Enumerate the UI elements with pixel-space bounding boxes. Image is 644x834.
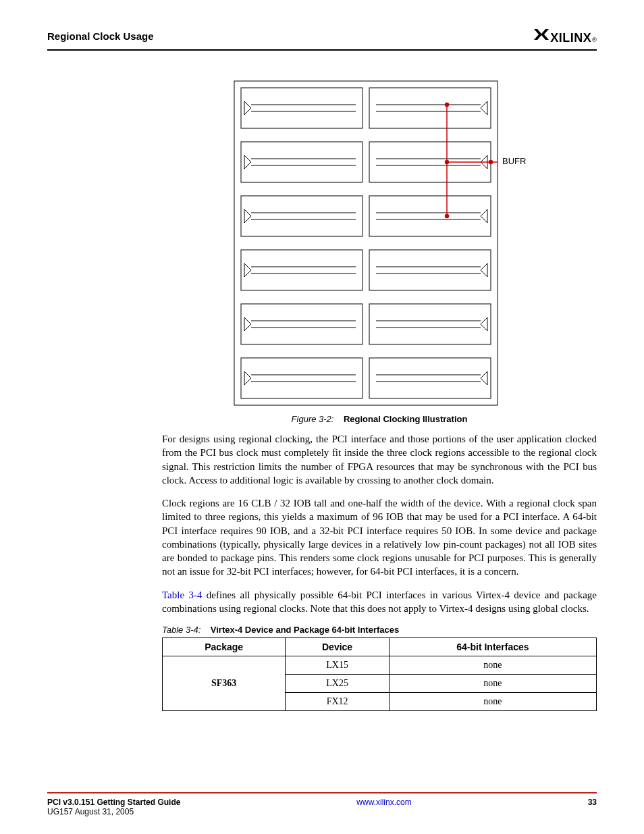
svg-rect-2	[241, 88, 363, 128]
svg-rect-20	[241, 250, 363, 290]
cell-device: FX12	[286, 693, 390, 711]
table-caption: Table 3-4: Virtex-4 Device and Package 6…	[162, 625, 597, 635]
svg-rect-26	[241, 304, 363, 344]
registered-mark: ®	[592, 36, 597, 43]
xilinx-x-icon	[534, 27, 549, 42]
svg-point-44	[446, 215, 449, 218]
figure-title: Regional Clocking Illustration	[344, 414, 467, 424]
footer-left: PCI v3.0.151 Getting Started Guide UG157…	[47, 798, 180, 816]
svg-rect-33	[369, 358, 491, 398]
svg-rect-14	[241, 196, 363, 236]
table-3-4-link[interactable]: Table 3-4	[162, 590, 202, 600]
page-footer: PCI v3.0.151 Getting Started Guide UG157…	[47, 792, 597, 816]
svg-rect-15	[369, 196, 491, 236]
paragraph-1: For designs using regional clocking, the…	[162, 432, 597, 487]
svg-rect-1	[234, 81, 498, 405]
doc-title: PCI v3.0.151 Getting Started Guide	[47, 798, 180, 807]
table-header-row: Package Device 64-bit Interfaces	[163, 638, 597, 656]
figure-3-2: BUFR Figure 3-2: Regional Clocking Illus…	[162, 78, 597, 424]
footer-url[interactable]: www.xilinx.com	[180, 798, 587, 807]
table-title: Virtex-4 Device and Package 64-bit Inter…	[211, 625, 399, 635]
cell-interfaces: none	[389, 656, 596, 675]
brand-text: XILINX	[550, 31, 591, 45]
svg-point-43	[446, 103, 449, 107]
cell-device: LX25	[286, 675, 390, 693]
bufr-label: BUFR	[502, 156, 526, 166]
page-number: 33	[588, 798, 597, 807]
figure-label: Figure 3-2:	[292, 414, 334, 424]
regional-clocking-diagram: BUFR	[224, 78, 535, 409]
cell-device: LX15	[286, 656, 390, 675]
main-content: BUFR Figure 3-2: Regional Clocking Illus…	[162, 78, 597, 711]
cell-package: SF363	[163, 656, 286, 711]
table-3-4: Package Device 64-bit Interfaces SF363 L…	[162, 637, 597, 711]
cell-interfaces: none	[389, 675, 596, 693]
cell-interfaces: none	[389, 693, 596, 711]
page-header: Regional Clock Usage XILINX ®	[47, 27, 597, 51]
figure-caption: Figure 3-2: Regional Clocking Illustrati…	[162, 414, 597, 424]
section-title: Regional Clock Usage	[47, 30, 154, 42]
svg-rect-3	[369, 88, 491, 128]
svg-rect-27	[369, 304, 491, 344]
col-interfaces: 64-bit Interfaces	[389, 638, 596, 656]
paragraph-3-rest: defines all physically possible 64-bit P…	[162, 590, 597, 614]
svg-rect-21	[369, 250, 491, 290]
brand-logo: XILINX ®	[534, 27, 597, 45]
table-row: SF363 LX15 none	[163, 656, 597, 675]
svg-point-42	[446, 161, 449, 164]
paragraph-3: Table 3-4 defines all physically possibl…	[162, 588, 597, 616]
col-package: Package	[163, 638, 286, 656]
paragraph-2: Clock regions are 16 CLB / 32 IOB tall a…	[162, 496, 597, 579]
svg-marker-0	[534, 29, 549, 40]
svg-rect-32	[241, 358, 363, 398]
svg-rect-8	[241, 142, 363, 182]
doc-id: UG157 August 31, 2005	[47, 807, 180, 816]
table-label: Table 3-4:	[162, 625, 200, 635]
col-device: Device	[286, 638, 390, 656]
